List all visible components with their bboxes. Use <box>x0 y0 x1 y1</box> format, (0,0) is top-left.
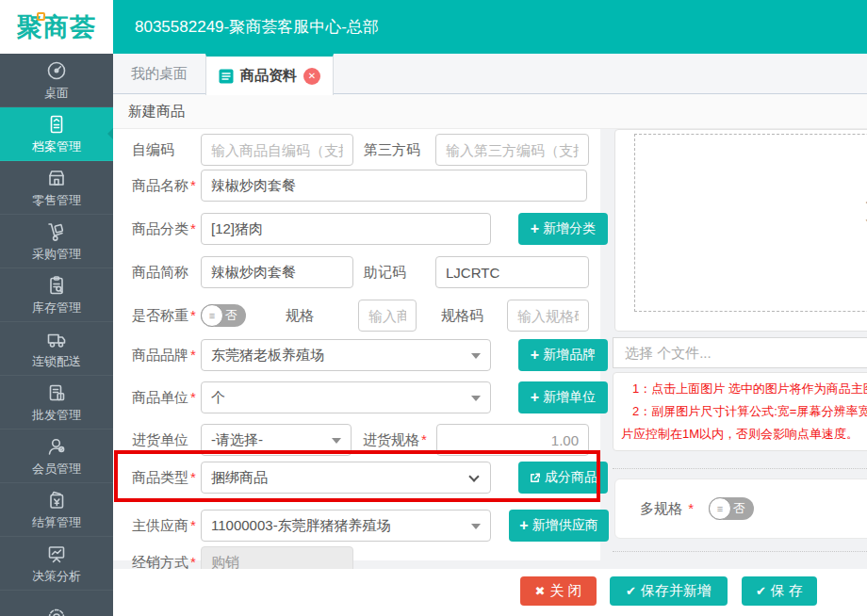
sidebar-item-archives[interactable]: 档案管理 <box>0 107 113 161</box>
toggle-knob: ≡ <box>201 304 223 327</box>
row-type: 商品类型* 捆绑商品 成分商品 <box>132 462 491 494</box>
add-supplier-button[interactable]: +新增供应商 <box>509 510 609 542</box>
close-button[interactable]: ✖关 闭 <box>520 576 597 606</box>
note-line: 片应控制在1M以内，否则会影响点单速度。 <box>621 423 867 446</box>
required-asterisk: * <box>190 307 196 323</box>
member-icon <box>45 435 68 458</box>
dotted-divider <box>613 551 867 552</box>
spec-input[interactable] <box>358 300 417 332</box>
sidebar-item-members[interactable]: 会员管理 <box>0 430 113 483</box>
sidebar-item-procurement[interactable]: 采购管理 <box>0 215 113 268</box>
chart-board-icon <box>45 543 68 565</box>
field-label: 商品品牌* <box>132 347 201 365</box>
field-label: 进货单位 <box>132 431 201 449</box>
field-label: 主供应商* <box>132 517 201 535</box>
sidebar-item-desktop[interactable]: 桌面 <box>0 54 113 107</box>
row-purchase: 进货单位 -请选择- 进货规格* <box>132 424 589 456</box>
sidebar-label: 档案管理 <box>32 138 81 155</box>
weigh-toggle[interactable]: ≡否 <box>201 304 246 327</box>
field-label: 第三方码 <box>364 141 435 159</box>
sidebar-item-retail[interactable]: 零售管理 <box>0 161 113 215</box>
plus-icon: + <box>531 390 539 405</box>
image-notes: 1：点击上面图片 选中的图片将作为商品主图 2：副屏图片尺寸计算公式:宽=屏幕分… <box>613 372 867 451</box>
app-logo: 聚商荟 <box>0 0 113 54</box>
list-icon <box>219 69 234 84</box>
add-category-button[interactable]: +新增分类 <box>518 213 608 245</box>
store-icon <box>45 167 68 189</box>
toggle-label: 否 <box>733 497 745 520</box>
tab-goods-data[interactable]: 商品资料 ✕ <box>205 54 334 95</box>
plus-icon: + <box>519 518 528 533</box>
file-picker[interactable]: 选择 个文件... <box>613 337 867 368</box>
field-label: 商品分类* <box>132 220 201 238</box>
main-area: 我的桌面 商品资料 ✕ 新建商品 自编码 第三方码 商品名称* 商品分类* + <box>113 54 867 616</box>
gear-icon <box>45 606 68 616</box>
sidebar-item-chain-delivery[interactable]: 连锁配送 <box>0 322 113 376</box>
app-window: 聚商荟 8035582249-聚商荟客服中心-总部 桌面 档案管理 零售管理 采… <box>0 0 867 616</box>
category-input[interactable] <box>201 213 491 245</box>
save-and-new-button[interactable]: ✔保存并新增 <box>610 576 728 606</box>
logo-text: 聚商荟 <box>17 10 96 44</box>
row-unit: 商品单位* 个 +新增单位 <box>132 381 491 413</box>
chevron-down-icon <box>332 438 341 444</box>
purchase-unit-select[interactable]: -请选择- <box>201 424 352 456</box>
supplier-select[interactable]: 11000003-东莞胖猪猪养殖场 <box>201 510 491 542</box>
chevron-down-icon <box>471 396 481 401</box>
brand-select[interactable]: 东莞猪老板养殖场 <box>201 339 491 371</box>
check-icon: ✔ <box>626 584 636 598</box>
dashboard-icon <box>45 59 68 82</box>
sidebar-label: 库存管理 <box>32 300 81 316</box>
short-name-input[interactable] <box>201 256 353 288</box>
field-label: 商品简称 <box>132 264 201 282</box>
sidebar-item-inventory[interactable]: 库存管理 <box>0 268 113 322</box>
hand-truck-icon <box>45 220 68 243</box>
field-label: 助记码 <box>364 264 435 282</box>
check-icon: ✔ <box>756 584 766 598</box>
type-select[interactable]: 捆绑商品 <box>201 462 491 494</box>
required-asterisk: * <box>190 554 196 570</box>
add-brand-button[interactable]: +新增品牌 <box>518 339 608 371</box>
chevron-down-icon <box>468 471 479 481</box>
sidebar-item-analytics[interactable]: 决策分析 <box>0 537 113 591</box>
sidebar-item-settings[interactable] <box>0 591 113 616</box>
tab-bar: 我的桌面 商品资料 ✕ <box>113 54 867 94</box>
clipboard-copy-icon <box>45 381 68 404</box>
multi-spec-toggle[interactable]: ≡否 <box>709 497 754 520</box>
truck-icon <box>45 328 68 350</box>
row-weigh: 是否称重* ≡否 规格 规格码 <box>132 300 589 332</box>
tab-close-icon[interactable]: ✕ <box>303 68 320 85</box>
x-icon: ✖ <box>534 584 545 598</box>
product-image-card: 支 <box>614 129 867 332</box>
third-code-input[interactable] <box>435 134 589 166</box>
field-label: 是否称重* <box>132 307 201 325</box>
field-label: 进货规格* <box>363 431 436 449</box>
purchase-spec-input[interactable] <box>436 424 589 456</box>
field-label: 多规格 * <box>640 500 694 518</box>
mnemonic-input[interactable] <box>435 256 589 288</box>
unit-select[interactable]: 个 <box>201 381 491 413</box>
field-label: 规格 <box>286 307 358 325</box>
component-goods-button[interactable]: 成分商品 <box>518 462 608 494</box>
tab-my-desktop[interactable]: 我的桌面 <box>113 54 205 94</box>
toggle-knob: ≡ <box>709 497 731 520</box>
required-asterisk: * <box>688 500 694 516</box>
spec-code-input[interactable] <box>507 300 589 332</box>
footer-bar: ✖关 闭 ✔保存并新增 ✔保 存 <box>113 569 867 616</box>
required-asterisk: * <box>190 220 196 236</box>
required-asterisk: * <box>421 431 427 447</box>
sidebar-item-settlement[interactable]: 结算管理 <box>0 483 113 537</box>
sidebar-item-wholesale[interactable]: 批发管理 <box>0 376 113 430</box>
image-upload-area[interactable]: 支 <box>634 134 867 312</box>
plus-icon: + <box>531 348 539 363</box>
multi-spec-card: 多规格 * ≡否 <box>614 478 867 539</box>
window-title: 8035582249-聚商荟客服中心-总部 <box>135 0 379 54</box>
external-link-icon <box>529 472 541 484</box>
own-code-input[interactable] <box>201 134 353 166</box>
note-line: 1：点击上面图片 选中的图片将作为商品主图 <box>621 378 867 400</box>
name-input[interactable] <box>201 170 587 202</box>
sidebar-label: 决策分析 <box>32 568 81 585</box>
row-short-name: 商品简称 助记码 <box>132 256 589 288</box>
field-label: 自编码 <box>132 141 201 159</box>
add-unit-button[interactable]: +新增单位 <box>518 381 608 413</box>
save-button[interactable]: ✔保 存 <box>742 576 817 606</box>
